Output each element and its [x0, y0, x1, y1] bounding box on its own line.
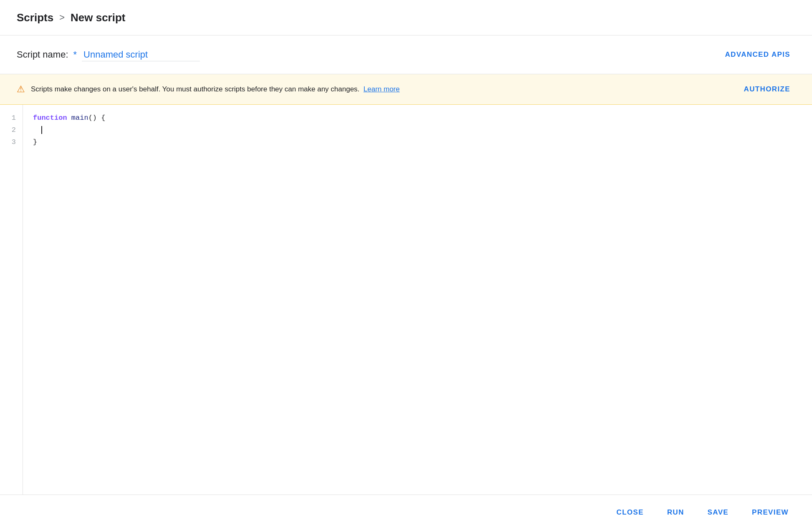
- code-editor[interactable]: function main() { }: [23, 105, 812, 495]
- learn-more-link[interactable]: Learn more: [363, 85, 400, 93]
- script-name-input[interactable]: [82, 48, 200, 61]
- authorize-button[interactable]: AUTHORIZE: [739, 82, 795, 97]
- top-bar: Scripts > New script: [0, 0, 812, 35]
- editor-area[interactable]: 1 2 3 function main() { }: [0, 105, 812, 495]
- script-name-label: Script name:: [17, 49, 68, 60]
- warning-banner: ⚠ Scripts make changes on a user's behal…: [0, 74, 812, 105]
- save-button[interactable]: SAVE: [701, 504, 735, 521]
- bottom-bar: CLOSE RUN SAVE PREVIEW: [0, 495, 812, 530]
- warning-text: Scripts make changes on a user's behalf.…: [31, 85, 400, 93]
- script-name-row: Script name: * ADVANCED APIS: [0, 35, 812, 74]
- keyword-main: main: [71, 114, 88, 122]
- script-name-asterisk: *: [73, 49, 77, 60]
- close-button[interactable]: CLOSE: [610, 504, 650, 521]
- line-numbers: 1 2 3: [0, 105, 23, 495]
- line-number-3: 3: [8, 136, 16, 149]
- line-number-2: 2: [8, 124, 16, 136]
- breadcrumb-parent[interactable]: Scripts: [17, 11, 53, 24]
- line-number-1: 1: [8, 112, 16, 124]
- warning-left: ⚠ Scripts make changes on a user's behal…: [17, 84, 400, 95]
- warning-icon: ⚠: [17, 84, 25, 95]
- script-name-left: Script name: *: [17, 48, 200, 61]
- keyword-function: function: [33, 114, 67, 122]
- advanced-apis-button[interactable]: ADVANCED APIS: [720, 47, 795, 62]
- breadcrumb-current: New script: [71, 11, 126, 24]
- breadcrumb: Scripts > New script: [17, 11, 126, 24]
- run-button[interactable]: RUN: [661, 504, 691, 521]
- preview-button[interactable]: PREVIEW: [745, 504, 795, 521]
- editor-cursor: [41, 126, 42, 134]
- breadcrumb-separator: >: [59, 12, 65, 23]
